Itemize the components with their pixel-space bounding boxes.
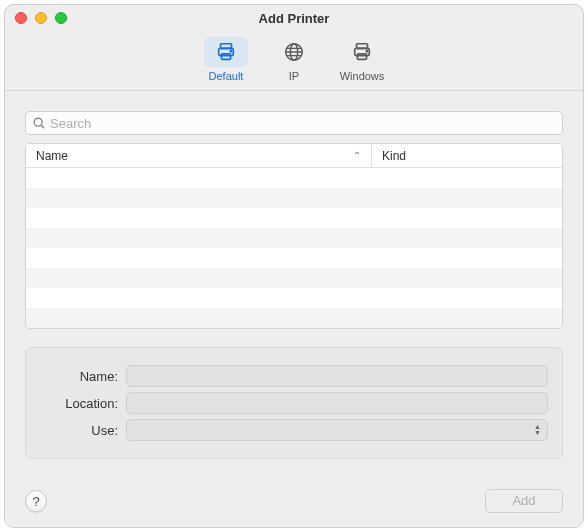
table-row	[26, 288, 562, 308]
sort-ascending-icon: ⌃	[353, 150, 361, 161]
location-label: Location:	[26, 396, 126, 411]
svg-rect-2	[221, 54, 230, 60]
zoom-window-button[interactable]	[55, 12, 67, 24]
content-area: Name ⌃ Kind Name:	[5, 91, 583, 481]
help-icon: ?	[32, 494, 39, 509]
column-header-name-label: Name	[36, 149, 68, 163]
use-select[interactable]: ▲▼	[126, 419, 548, 441]
help-button[interactable]: ?	[25, 490, 47, 512]
minimize-window-button[interactable]	[35, 12, 47, 24]
tab-ip-label: IP	[289, 70, 299, 82]
globe-icon	[283, 41, 305, 63]
window-frame: Add Printer Default	[4, 4, 584, 528]
table-row	[26, 188, 562, 208]
table-header: Name ⌃ Kind	[26, 144, 562, 168]
tab-windows-label: Windows	[340, 70, 385, 82]
search-field[interactable]	[25, 111, 563, 135]
printer-icon	[215, 41, 237, 63]
search-icon	[32, 116, 46, 130]
column-header-kind[interactable]: Kind	[372, 144, 562, 167]
printer-table: Name ⌃ Kind	[25, 143, 563, 329]
table-row	[26, 268, 562, 288]
tab-windows[interactable]: Windows	[333, 37, 391, 82]
traffic-lights	[15, 12, 67, 24]
table-row	[26, 168, 562, 188]
search-input[interactable]	[50, 116, 556, 131]
table-row	[26, 208, 562, 228]
titlebar: Add Printer	[5, 5, 583, 31]
close-window-button[interactable]	[15, 12, 27, 24]
table-row	[26, 248, 562, 268]
printer-details-form: Name: Location: Use: ▲▼	[25, 347, 563, 459]
table-row	[26, 308, 562, 328]
svg-line-12	[41, 125, 44, 128]
table-row	[26, 228, 562, 248]
tab-ip[interactable]: IP	[265, 37, 323, 82]
svg-point-10	[366, 50, 367, 51]
tab-default-label: Default	[209, 70, 244, 82]
chevron-up-down-icon: ▲▼	[534, 424, 541, 436]
printer-icon	[351, 41, 373, 63]
svg-point-11	[34, 118, 42, 126]
table-body	[26, 168, 562, 328]
svg-point-3	[230, 50, 231, 51]
svg-rect-9	[357, 54, 366, 60]
add-button-label: Add	[512, 493, 535, 508]
tab-default[interactable]: Default	[197, 37, 255, 82]
footer: ? Add	[5, 481, 583, 527]
name-label: Name:	[26, 369, 126, 384]
name-field[interactable]	[126, 365, 548, 387]
location-field[interactable]	[126, 392, 548, 414]
toolbar: Default IP Windo	[5, 31, 583, 91]
window-title: Add Printer	[5, 11, 583, 26]
column-header-kind-label: Kind	[382, 149, 406, 163]
use-label: Use:	[26, 423, 126, 438]
add-button[interactable]: Add	[485, 489, 563, 513]
column-header-name[interactable]: Name ⌃	[26, 144, 372, 167]
